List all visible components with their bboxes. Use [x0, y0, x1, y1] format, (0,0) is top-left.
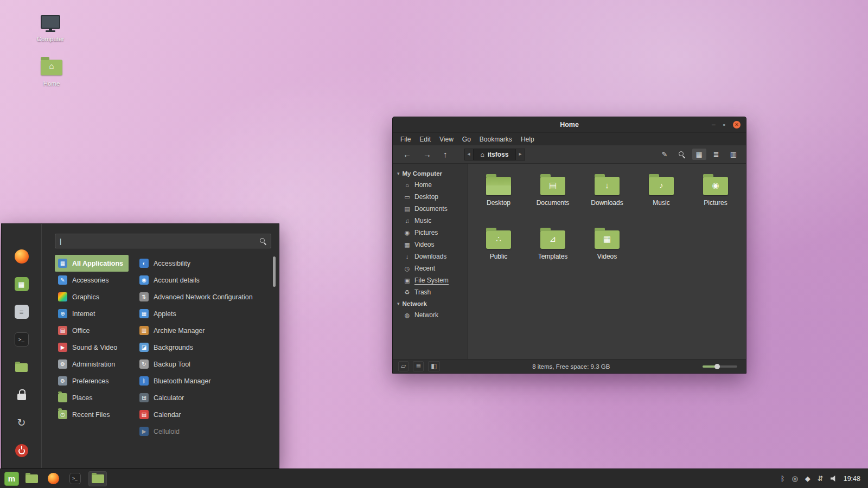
sidebar-item-network[interactable]: ◍Network — [393, 309, 468, 321]
open-window-button[interactable] — [88, 471, 107, 486]
mint-menu-button[interactable]: m — [4, 472, 19, 486]
sidebar-places-toggle-icon[interactable]: ▱ — [398, 361, 409, 371]
menubar-edit[interactable]: Edit — [415, 136, 435, 143]
logout-icon[interactable]: ↻ — [13, 414, 30, 432]
folder-item-public[interactable]: ∴Public — [474, 225, 524, 279]
edit-location-icon[interactable]: ✎ — [658, 149, 672, 160]
menubar-help[interactable]: Help — [516, 136, 539, 143]
folder-item-pictures[interactable]: ◉Pictures — [691, 171, 741, 225]
category-recent-files[interactable]: ◷Recent Files — [55, 406, 115, 423]
forward-icon[interactable]: → — [418, 149, 436, 160]
compact-view-icon[interactable]: ▥ — [726, 149, 741, 160]
firewall-icon[interactable]: ◆ — [805, 475, 810, 482]
sidebar-item-desktop[interactable]: ▭Desktop — [393, 191, 468, 203]
software-manager-icon[interactable]: ▦ — [13, 275, 30, 293]
menu-search-input[interactable]: | — [55, 234, 271, 248]
menubar-file[interactable]: File — [396, 136, 415, 143]
sidebar-tree-toggle-icon[interactable]: ≣ — [413, 361, 424, 371]
grid-view-icon[interactable]: ▦ — [692, 149, 706, 160]
category-places[interactable]: Places — [55, 389, 98, 406]
folder-item-downloads[interactable]: ↓Downloads — [582, 171, 632, 225]
category-sound-video[interactable]: ▶Sound & Video — [55, 339, 123, 356]
app-celluloid[interactable]: ▶Celluloid — [136, 423, 185, 440]
file-view[interactable]: Desktop▤Documents↓Downloads♪Music◉Pictur… — [468, 164, 746, 359]
quit-icon[interactable] — [13, 442, 30, 459]
volume-icon[interactable] — [831, 476, 837, 481]
sidebar-hide-icon[interactable]: ◧ — [428, 361, 439, 371]
category-label: Accessories — [72, 277, 108, 284]
up-icon[interactable]: ↑ — [438, 149, 452, 160]
maximize-button[interactable]: ▫ — [723, 121, 725, 128]
category-administration[interactable]: ⚙Administration — [55, 356, 120, 373]
bluetooth-icon[interactable]: ᛒ — [781, 475, 785, 482]
sidebar-item-videos[interactable]: ▦Videos — [393, 239, 468, 251]
app-backgrounds[interactable]: ◪Backgrounds — [136, 339, 199, 356]
sidebar-section-network[interactable]: ▾Network — [393, 298, 468, 309]
app-account-details[interactable]: ◉Account details — [136, 272, 205, 288]
chip-glyph: ◪ — [142, 345, 146, 350]
terminal-launcher[interactable]: >_ — [68, 472, 82, 486]
system-settings-icon[interactable]: ≡ — [13, 303, 30, 320]
app-archive-manager[interactable]: ▥Archive Manager — [136, 322, 210, 339]
app-bluetooth-manager[interactable]: ᛒBluetooth Manager — [136, 373, 216, 389]
sidebar-item-pictures[interactable]: ◉Pictures — [393, 227, 468, 239]
sidebar-item-downloads[interactable]: ↓Downloads — [393, 251, 468, 262]
category-internet[interactable]: ⊕Internet — [55, 305, 100, 322]
category-graphics[interactable]: Graphics — [55, 288, 105, 305]
menubar-go[interactable]: Go — [458, 136, 475, 143]
files-launcher[interactable] — [24, 472, 39, 486]
list-view-icon[interactable]: ≣ — [710, 149, 723, 160]
sidebar-item-documents[interactable]: ▤Documents — [393, 203, 468, 215]
account-details-icon: ◉ — [139, 275, 149, 285]
category-office[interactable]: ▤Office — [55, 322, 95, 339]
zoom-slider[interactable] — [703, 365, 737, 368]
celluloid-icon: ▶ — [139, 427, 149, 436]
network-icon[interactable]: ⇵ — [818, 475, 824, 482]
app-calculator[interactable]: ⊞Calculator — [136, 389, 189, 406]
files-icon[interactable] — [13, 359, 30, 376]
titlebar[interactable]: Home – ▫ ✕ — [393, 117, 746, 133]
breadcrumb-next-icon[interactable]: ▸ — [515, 149, 525, 160]
sidebar-item-trash[interactable]: ♻Trash — [393, 286, 468, 298]
firefox-icon[interactable] — [13, 248, 30, 265]
desktop-icon-home[interactable]: ⌂Home — [31, 55, 72, 87]
category-all-applications[interactable]: ▦All Applications — [55, 255, 129, 272]
scrollbar[interactable] — [273, 256, 276, 287]
category-preferences[interactable]: ⚙Preferences — [55, 373, 114, 389]
app-backup-tool[interactable]: ↻Backup Tool — [136, 356, 196, 373]
chip-glyph: ◷ — [60, 412, 65, 418]
folder-item-documents[interactable]: ▤Documents — [528, 171, 578, 225]
sidebar-section-my-computer[interactable]: ▾My Computer — [393, 168, 468, 179]
category-accessories[interactable]: ✎Accessories — [55, 272, 114, 288]
blueman-icon[interactable]: ◎ — [792, 475, 797, 482]
app-applets[interactable]: ▦Applets — [136, 305, 182, 322]
lock-screen-icon[interactable] — [13, 387, 30, 404]
firefox-launcher[interactable] — [46, 472, 60, 486]
terminal-icon[interactable]: >_ — [13, 331, 30, 348]
app-accessibility[interactable]: ◐Accessibility — [136, 255, 196, 272]
zoom-slider-handle[interactable] — [714, 364, 720, 369]
minimize-button[interactable]: – — [712, 121, 716, 128]
folder-item-music[interactable]: ♪Music — [636, 171, 686, 225]
breadcrumb-home-button[interactable]: ⌂ itsfoss — [474, 149, 516, 160]
chip-glyph: ▦ — [60, 261, 65, 266]
app-label: Applets — [154, 310, 176, 318]
menubar-bookmarks[interactable]: Bookmarks — [475, 136, 516, 143]
folder-item-desktop[interactable]: Desktop — [474, 171, 524, 225]
sidebar-item-music[interactable]: ♫Music — [393, 215, 468, 227]
desktop-icon-computer[interactable]: Computer — [30, 11, 71, 42]
sidebar-item-home[interactable]: ⌂Home — [393, 179, 468, 191]
back-icon[interactable]: ← — [398, 149, 416, 160]
folder-item-videos[interactable]: ▦Videos — [582, 225, 632, 279]
sidebar-item-label: Documents — [414, 205, 448, 213]
files-glyph — [25, 474, 38, 483]
breadcrumb-prev-icon[interactable]: ◂ — [464, 149, 474, 160]
search-icon[interactable] — [675, 150, 689, 159]
app-network-config[interactable]: ⇅Advanced Network Configuration — [136, 288, 258, 305]
folder-item-templates[interactable]: ⊿Templates — [528, 225, 578, 279]
menubar-view[interactable]: View — [435, 136, 458, 143]
app-calendar[interactable]: ▤Calendar — [136, 406, 187, 423]
sidebar-item-file-system[interactable]: ▣File System — [393, 274, 468, 286]
sidebar-item-recent[interactable]: ◷Recent — [393, 262, 468, 274]
close-button[interactable]: ✕ — [733, 121, 741, 129]
